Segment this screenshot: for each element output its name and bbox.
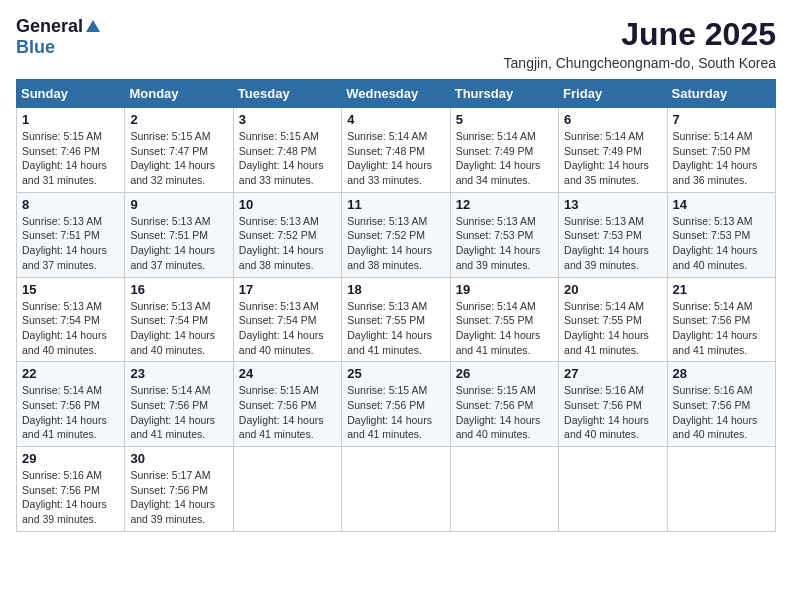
weekday-header-sunday: Sunday	[17, 80, 125, 108]
day-number: 30	[130, 451, 227, 466]
day-info: Sunrise: 5:13 AMSunset: 7:54 PMDaylight:…	[130, 299, 227, 358]
logo-general-text: General	[16, 16, 83, 37]
day-number: 18	[347, 282, 444, 297]
calendar-week-3: 15Sunrise: 5:13 AMSunset: 7:54 PMDayligh…	[17, 277, 776, 362]
day-number: 20	[564, 282, 661, 297]
day-cell-23: 23Sunrise: 5:14 AMSunset: 7:56 PMDayligh…	[125, 362, 233, 447]
day-number: 6	[564, 112, 661, 127]
day-cell-3: 3Sunrise: 5:15 AMSunset: 7:48 PMDaylight…	[233, 108, 341, 193]
day-number: 13	[564, 197, 661, 212]
calendar-week-5: 29Sunrise: 5:16 AMSunset: 7:56 PMDayligh…	[17, 447, 776, 532]
weekday-header-saturday: Saturday	[667, 80, 775, 108]
day-cell-28: 28Sunrise: 5:16 AMSunset: 7:56 PMDayligh…	[667, 362, 775, 447]
day-cell-22: 22Sunrise: 5:14 AMSunset: 7:56 PMDayligh…	[17, 362, 125, 447]
day-info: Sunrise: 5:13 AMSunset: 7:52 PMDaylight:…	[239, 214, 336, 273]
day-number: 28	[673, 366, 770, 381]
day-info: Sunrise: 5:15 AMSunset: 7:56 PMDaylight:…	[239, 383, 336, 442]
day-number: 9	[130, 197, 227, 212]
day-info: Sunrise: 5:13 AMSunset: 7:53 PMDaylight:…	[564, 214, 661, 273]
day-number: 26	[456, 366, 553, 381]
day-number: 14	[673, 197, 770, 212]
location-subtitle: Tangjin, Chungcheongnam-do, South Korea	[504, 55, 776, 71]
day-cell-11: 11Sunrise: 5:13 AMSunset: 7:52 PMDayligh…	[342, 192, 450, 277]
day-info: Sunrise: 5:15 AMSunset: 7:56 PMDaylight:…	[456, 383, 553, 442]
svg-marker-0	[86, 20, 100, 32]
day-cell-20: 20Sunrise: 5:14 AMSunset: 7:55 PMDayligh…	[559, 277, 667, 362]
day-info: Sunrise: 5:17 AMSunset: 7:56 PMDaylight:…	[130, 468, 227, 527]
empty-cell	[559, 447, 667, 532]
day-info: Sunrise: 5:13 AMSunset: 7:51 PMDaylight:…	[130, 214, 227, 273]
day-cell-14: 14Sunrise: 5:13 AMSunset: 7:53 PMDayligh…	[667, 192, 775, 277]
weekday-header-wednesday: Wednesday	[342, 80, 450, 108]
day-cell-18: 18Sunrise: 5:13 AMSunset: 7:55 PMDayligh…	[342, 277, 450, 362]
day-number: 19	[456, 282, 553, 297]
page-header: General Blue June 2025 Tangjin, Chungche…	[16, 16, 776, 71]
day-cell-19: 19Sunrise: 5:14 AMSunset: 7:55 PMDayligh…	[450, 277, 558, 362]
day-number: 7	[673, 112, 770, 127]
day-info: Sunrise: 5:13 AMSunset: 7:51 PMDaylight:…	[22, 214, 119, 273]
day-number: 12	[456, 197, 553, 212]
weekday-header-row: SundayMondayTuesdayWednesdayThursdayFrid…	[17, 80, 776, 108]
day-info: Sunrise: 5:13 AMSunset: 7:54 PMDaylight:…	[239, 299, 336, 358]
day-info: Sunrise: 5:16 AMSunset: 7:56 PMDaylight:…	[564, 383, 661, 442]
day-cell-1: 1Sunrise: 5:15 AMSunset: 7:46 PMDaylight…	[17, 108, 125, 193]
weekday-header-thursday: Thursday	[450, 80, 558, 108]
day-number: 5	[456, 112, 553, 127]
weekday-header-tuesday: Tuesday	[233, 80, 341, 108]
empty-cell	[667, 447, 775, 532]
day-number: 4	[347, 112, 444, 127]
day-info: Sunrise: 5:14 AMSunset: 7:55 PMDaylight:…	[564, 299, 661, 358]
calendar-week-4: 22Sunrise: 5:14 AMSunset: 7:56 PMDayligh…	[17, 362, 776, 447]
day-number: 23	[130, 366, 227, 381]
day-info: Sunrise: 5:16 AMSunset: 7:56 PMDaylight:…	[673, 383, 770, 442]
day-info: Sunrise: 5:14 AMSunset: 7:49 PMDaylight:…	[564, 129, 661, 188]
day-cell-5: 5Sunrise: 5:14 AMSunset: 7:49 PMDaylight…	[450, 108, 558, 193]
day-cell-30: 30Sunrise: 5:17 AMSunset: 7:56 PMDayligh…	[125, 447, 233, 532]
month-year-title: June 2025	[504, 16, 776, 53]
day-cell-26: 26Sunrise: 5:15 AMSunset: 7:56 PMDayligh…	[450, 362, 558, 447]
day-info: Sunrise: 5:14 AMSunset: 7:56 PMDaylight:…	[673, 299, 770, 358]
day-info: Sunrise: 5:13 AMSunset: 7:53 PMDaylight:…	[456, 214, 553, 273]
day-number: 15	[22, 282, 119, 297]
day-info: Sunrise: 5:14 AMSunset: 7:55 PMDaylight:…	[456, 299, 553, 358]
day-number: 21	[673, 282, 770, 297]
day-info: Sunrise: 5:15 AMSunset: 7:47 PMDaylight:…	[130, 129, 227, 188]
day-cell-4: 4Sunrise: 5:14 AMSunset: 7:48 PMDaylight…	[342, 108, 450, 193]
day-cell-10: 10Sunrise: 5:13 AMSunset: 7:52 PMDayligh…	[233, 192, 341, 277]
day-number: 24	[239, 366, 336, 381]
day-number: 3	[239, 112, 336, 127]
day-cell-13: 13Sunrise: 5:13 AMSunset: 7:53 PMDayligh…	[559, 192, 667, 277]
day-cell-21: 21Sunrise: 5:14 AMSunset: 7:56 PMDayligh…	[667, 277, 775, 362]
empty-cell	[450, 447, 558, 532]
logo: General Blue	[16, 16, 103, 58]
day-cell-6: 6Sunrise: 5:14 AMSunset: 7:49 PMDaylight…	[559, 108, 667, 193]
day-number: 8	[22, 197, 119, 212]
day-info: Sunrise: 5:13 AMSunset: 7:55 PMDaylight:…	[347, 299, 444, 358]
day-cell-17: 17Sunrise: 5:13 AMSunset: 7:54 PMDayligh…	[233, 277, 341, 362]
day-number: 1	[22, 112, 119, 127]
logo-blue-text: Blue	[16, 37, 55, 58]
logo-icon	[84, 18, 102, 36]
day-info: Sunrise: 5:16 AMSunset: 7:56 PMDaylight:…	[22, 468, 119, 527]
day-cell-27: 27Sunrise: 5:16 AMSunset: 7:56 PMDayligh…	[559, 362, 667, 447]
day-number: 17	[239, 282, 336, 297]
day-info: Sunrise: 5:14 AMSunset: 7:49 PMDaylight:…	[456, 129, 553, 188]
day-cell-29: 29Sunrise: 5:16 AMSunset: 7:56 PMDayligh…	[17, 447, 125, 532]
day-number: 16	[130, 282, 227, 297]
day-info: Sunrise: 5:14 AMSunset: 7:56 PMDaylight:…	[130, 383, 227, 442]
empty-cell	[342, 447, 450, 532]
day-number: 11	[347, 197, 444, 212]
day-cell-25: 25Sunrise: 5:15 AMSunset: 7:56 PMDayligh…	[342, 362, 450, 447]
day-cell-12: 12Sunrise: 5:13 AMSunset: 7:53 PMDayligh…	[450, 192, 558, 277]
weekday-header-monday: Monday	[125, 80, 233, 108]
calendar-week-1: 1Sunrise: 5:15 AMSunset: 7:46 PMDaylight…	[17, 108, 776, 193]
calendar-week-2: 8Sunrise: 5:13 AMSunset: 7:51 PMDaylight…	[17, 192, 776, 277]
day-info: Sunrise: 5:13 AMSunset: 7:54 PMDaylight:…	[22, 299, 119, 358]
day-info: Sunrise: 5:15 AMSunset: 7:46 PMDaylight:…	[22, 129, 119, 188]
weekday-header-friday: Friday	[559, 80, 667, 108]
day-cell-2: 2Sunrise: 5:15 AMSunset: 7:47 PMDaylight…	[125, 108, 233, 193]
day-info: Sunrise: 5:15 AMSunset: 7:48 PMDaylight:…	[239, 129, 336, 188]
day-cell-24: 24Sunrise: 5:15 AMSunset: 7:56 PMDayligh…	[233, 362, 341, 447]
day-info: Sunrise: 5:13 AMSunset: 7:53 PMDaylight:…	[673, 214, 770, 273]
day-info: Sunrise: 5:14 AMSunset: 7:48 PMDaylight:…	[347, 129, 444, 188]
